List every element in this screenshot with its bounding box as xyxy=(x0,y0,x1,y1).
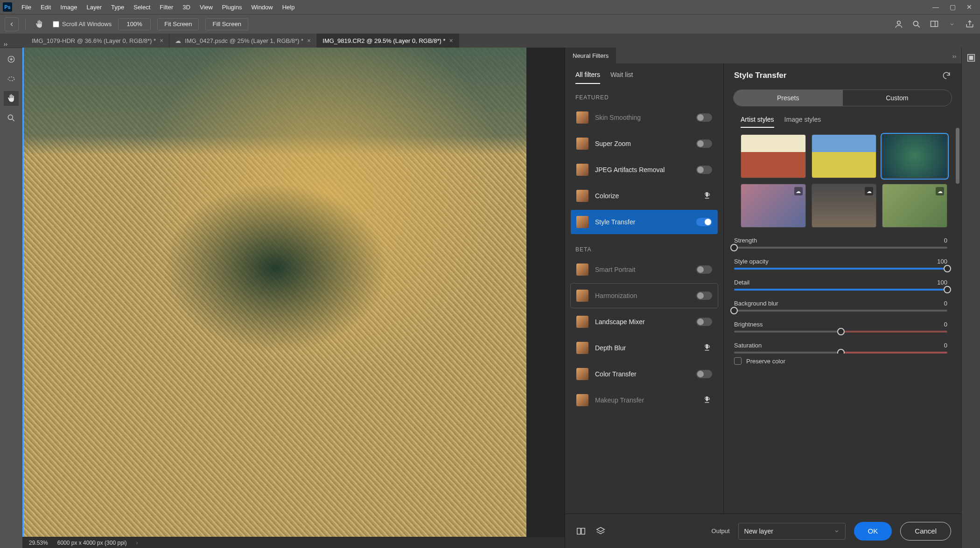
tab-all-filters[interactable]: All filters xyxy=(575,71,600,84)
filter-depth-blur[interactable]: Depth Blur xyxy=(571,336,718,360)
scroll-all-windows-checkbox[interactable]: Scroll All Windows xyxy=(53,21,112,28)
download-icon[interactable] xyxy=(703,191,712,201)
close-window-button[interactable]: ✕ xyxy=(965,3,973,11)
document-tab[interactable]: IMG_9819.CR2 @ 29.5% (Layer 0, RGB/8*) *… xyxy=(317,34,459,48)
filter-toggle[interactable] xyxy=(696,218,712,226)
slider-track[interactable] xyxy=(734,331,947,333)
download-icon[interactable] xyxy=(703,343,712,353)
style-preset[interactable] xyxy=(741,134,806,178)
toolbar-expand-grip[interactable]: ›› xyxy=(4,41,7,48)
menu-edit[interactable]: Edit xyxy=(36,2,56,13)
filter-super-zoom[interactable]: Super Zoom xyxy=(571,132,718,156)
slider-handle[interactable] xyxy=(944,286,951,293)
slider-track[interactable] xyxy=(734,247,947,249)
compare-icon[interactable] xyxy=(575,526,587,537)
output-dropdown[interactable]: New layer xyxy=(738,523,846,540)
download-icon[interactable] xyxy=(703,395,712,405)
ok-button[interactable]: OK xyxy=(854,522,892,541)
slider-handle[interactable] xyxy=(730,307,738,314)
cancel-button[interactable]: Cancel xyxy=(900,522,951,541)
filter-toggle[interactable] xyxy=(696,291,712,300)
filter-landscape-mixer[interactable]: Landscape Mixer xyxy=(571,310,718,334)
filter-skin-smoothing[interactable]: Skin Smoothing xyxy=(571,105,718,130)
filter-jpeg-artifacts-removal[interactable]: JPEG Artifacts Removal xyxy=(571,158,718,182)
hand-tool-button[interactable] xyxy=(4,91,19,106)
minimize-button[interactable]: — xyxy=(931,3,940,11)
filter-color-transfer[interactable]: Color Transfer xyxy=(571,362,718,386)
reset-icon[interactable] xyxy=(942,71,951,80)
menu-layer[interactable]: Layer xyxy=(82,2,107,13)
slider-handle[interactable] xyxy=(944,265,951,272)
filter-thumb-icon xyxy=(576,138,588,150)
filter-toggle[interactable] xyxy=(696,113,712,122)
zoom-level-field[interactable]: 100% xyxy=(118,18,151,30)
style-preset[interactable]: ☁ xyxy=(741,184,806,228)
filter-toggle[interactable] xyxy=(696,166,712,174)
home-back-button[interactable] xyxy=(5,17,19,31)
menu-file[interactable]: File xyxy=(17,2,36,13)
filter-toggle[interactable] xyxy=(696,318,712,326)
menu-3d[interactable]: 3D xyxy=(178,2,195,13)
maximize-button[interactable]: ▢ xyxy=(948,3,957,11)
zoom-tool-icon[interactable] xyxy=(4,111,19,125)
menu-help[interactable]: Help xyxy=(278,2,300,13)
filter-style-transfer[interactable]: Style Transfer xyxy=(571,210,718,234)
account-icon[interactable] xyxy=(893,19,904,30)
slider-track[interactable] xyxy=(734,310,947,312)
layers-icon[interactable] xyxy=(595,526,606,537)
menu-plugins[interactable]: Plugins xyxy=(217,2,247,13)
document-tab[interactable]: IMG_1079-HDR @ 36.6% (Layer 0, RGB/8*) *… xyxy=(26,34,169,48)
filter-toggle[interactable] xyxy=(696,265,712,274)
menu-window[interactable]: Window xyxy=(246,2,277,13)
style-preset-selected[interactable] xyxy=(882,134,947,178)
fill-screen-button[interactable]: Fill Screen xyxy=(205,18,248,30)
neural-filters-tab[interactable]: Neural Filters xyxy=(565,48,616,63)
filter-thumb-icon xyxy=(576,290,588,302)
filter-makeup-transfer[interactable]: Makeup Transfer xyxy=(571,388,718,412)
filter-toggle[interactable] xyxy=(696,139,712,148)
close-tab-icon[interactable]: × xyxy=(449,37,453,44)
style-preset[interactable]: ☁ xyxy=(812,184,877,228)
slider-handle[interactable] xyxy=(837,328,845,335)
fit-screen-button[interactable]: Fit Screen xyxy=(157,18,199,30)
style-preset[interactable] xyxy=(812,134,877,178)
slider-handle[interactable] xyxy=(730,244,738,251)
menu-filter[interactable]: Filter xyxy=(155,2,178,13)
marquee-tool-icon[interactable] xyxy=(4,71,19,86)
status-bar: 29.53% 6000 px x 4000 px (300 ppi) › xyxy=(22,537,565,548)
slider-track[interactable] xyxy=(734,268,947,270)
document-canvas[interactable] xyxy=(22,48,565,537)
filter-harmonization[interactable]: Harmonization xyxy=(571,284,718,308)
search-icon[interactable] xyxy=(911,19,922,30)
add-artboard-tool-icon[interactable] xyxy=(4,52,19,67)
style-grid-scrollbar[interactable] xyxy=(956,128,959,228)
chevron-down-icon[interactable] xyxy=(946,19,958,30)
filter-smart-portrait[interactable]: Smart Portrait xyxy=(571,257,718,282)
menu-type[interactable]: Type xyxy=(106,2,129,13)
preserve-color-checkbox[interactable] xyxy=(734,357,742,365)
tab-wait-list[interactable]: Wait list xyxy=(610,71,633,84)
close-tab-icon[interactable]: × xyxy=(160,37,163,44)
workspace-switcher-icon[interactable] xyxy=(929,19,940,30)
collapse-panel-icon[interactable]: ›› xyxy=(947,49,961,63)
menu-select[interactable]: Select xyxy=(129,2,155,13)
menu-image[interactable]: Image xyxy=(56,2,82,13)
slider-track[interactable] xyxy=(734,289,947,291)
slider-track[interactable] xyxy=(734,352,947,354)
frame-tool-icon[interactable] xyxy=(966,52,977,63)
filter-toggle[interactable] xyxy=(696,370,712,378)
close-tab-icon[interactable]: × xyxy=(307,37,311,44)
filter-label: Makeup Transfer xyxy=(595,396,696,404)
seg-custom[interactable]: Custom xyxy=(843,90,952,106)
seg-presets[interactable]: Presets xyxy=(734,90,843,106)
status-caret-icon[interactable]: › xyxy=(136,540,138,546)
menu-view[interactable]: View xyxy=(195,2,217,13)
tab-image-styles[interactable]: Image styles xyxy=(784,116,821,128)
filter-colorize[interactable]: Colorize xyxy=(571,184,718,208)
slider-handle[interactable] xyxy=(837,349,845,354)
tab-artist-styles[interactable]: Artist styles xyxy=(741,116,774,128)
document-tab[interactable]: ☁IMG_0427.psdc @ 25% (Layer 1, RGB/8*) *… xyxy=(169,34,317,48)
slider-value: 0 xyxy=(944,342,947,349)
style-preset[interactable]: ☁ xyxy=(882,184,947,228)
share-icon[interactable] xyxy=(964,19,975,30)
